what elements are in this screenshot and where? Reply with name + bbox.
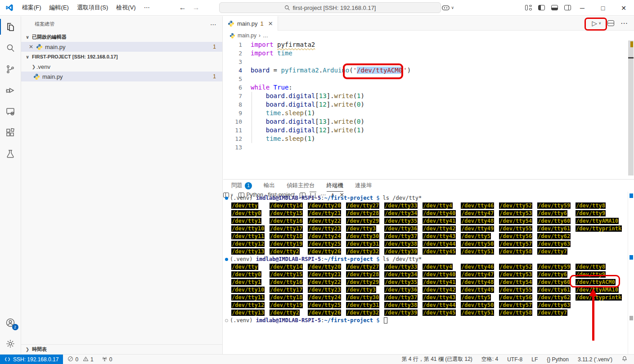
- window-maximize-button[interactable]: □: [593, 0, 613, 16]
- command-decoration-icon[interactable]: [225, 197, 228, 200]
- code-editor[interactable]: 1import pyfirmata22import time34board = …: [223, 40, 634, 179]
- command-decoration-icon[interactable]: [225, 258, 228, 261]
- run-python-file-button[interactable]: ▷∨: [592, 19, 601, 27]
- tty-entry: /dev/tty47: [461, 210, 494, 216]
- notifications-bell-icon[interactable]: [621, 355, 628, 363]
- editor-scrollbar[interactable]: [628, 40, 634, 175]
- problems-status[interactable]: 0 1: [67, 356, 93, 363]
- panel-tab-bar: 問題1輸出偵錯主控台終端機連接埠: [223, 180, 634, 192]
- settings-gear-icon[interactable]: [0, 333, 21, 354]
- menu-item[interactable]: 選取項目(S): [73, 2, 112, 13]
- tty-entry: /dev/tty58: [499, 248, 532, 255]
- code-line[interactable]: 12 time.sleep(1): [223, 135, 634, 143]
- split-editor-icon[interactable]: [607, 20, 614, 26]
- tty-entry: /dev/tty40: [423, 210, 456, 216]
- nav-back-icon[interactable]: ←: [179, 4, 186, 12]
- terminal-scrollbar[interactable]: [628, 192, 634, 354]
- panel-tab-輸出[interactable]: 輸出: [264, 180, 275, 192]
- encoding-status[interactable]: UTF-8: [507, 356, 522, 363]
- tty-entry: /dev/ttyprintk: [576, 225, 622, 232]
- tty-entry: /dev/tty33: [384, 202, 418, 209]
- tty-entry: /dev/tty45: [423, 310, 456, 316]
- menu-item[interactable]: 編輯(E): [45, 2, 73, 13]
- tree-item-mainpy[interactable]: main.py 1: [21, 72, 222, 81]
- tty-entry: /dev/tty52: [499, 264, 532, 270]
- tty-entry: /dev/tty6: [537, 210, 567, 216]
- tab-close-icon[interactable]: ✕: [268, 20, 273, 27]
- tty-entry: /dev/tty49: [461, 287, 494, 293]
- code-line[interactable]: 8 board.digital[12].write(0): [223, 100, 634, 109]
- command-decoration-icon[interactable]: [225, 319, 228, 322]
- toggle-panel-icon[interactable]: [551, 5, 558, 10]
- tty-entry: /dev/tty25: [308, 302, 341, 308]
- code-line[interactable]: 5: [223, 75, 634, 83]
- interpreter-status[interactable]: 3.11.2 ('.venv'): [578, 356, 612, 363]
- code-line[interactable]: 6while True:: [223, 83, 634, 92]
- toggle-secondary-sidebar-icon[interactable]: [564, 5, 571, 10]
- open-editor-item-mainpy[interactable]: ✕ main.py 1: [21, 42, 222, 52]
- timeline-section[interactable]: ❯ 時間表: [21, 344, 222, 354]
- terminal[interactable]: (.venv) imdlab@IMDLAB-RSPI-5:~/first-pro…: [223, 192, 628, 354]
- code-line[interactable]: 7 board.digital[13].write(1): [223, 92, 634, 100]
- menu-item[interactable]: ⋯: [140, 2, 154, 13]
- panel-tab-問題[interactable]: 問題1: [231, 180, 252, 192]
- code-line[interactable]: 11 board.digital[12].write(1): [223, 126, 634, 135]
- tty-entry: /dev/tty31: [346, 241, 379, 247]
- tty-entry: /dev/tty58: [499, 310, 532, 316]
- activity-testing-icon[interactable]: [0, 143, 21, 164]
- code-line[interactable]: 9 time.sleep(1): [223, 109, 634, 117]
- python-file-icon: [228, 20, 234, 27]
- activity-run-debug-icon[interactable]: [0, 80, 21, 101]
- menu-item[interactable]: 檢視(V): [112, 2, 139, 13]
- activity-extensions-icon[interactable]: [0, 122, 21, 143]
- code-line[interactable]: 4board = pyfirmata2.Arduino('/dev/ttyACM…: [223, 66, 634, 75]
- search-icon: [284, 5, 290, 11]
- indentation-status[interactable]: 空格: 4: [481, 355, 498, 363]
- tty-entry: /dev/tty20: [308, 264, 341, 270]
- tab-mainpy[interactable]: main.py 1 ✕: [223, 16, 278, 31]
- nav-forward-icon[interactable]: →: [193, 4, 200, 12]
- tree-item-venv[interactable]: ❯ .venv: [21, 62, 222, 72]
- line-number: 1: [223, 40, 242, 49]
- project-section[interactable]: ∨ FIRST-PROJECT [SSH: 192.168.0.17]: [21, 52, 222, 62]
- tty-entry: /dev/tty40: [423, 271, 456, 278]
- account-icon[interactable]: 2: [0, 312, 21, 333]
- eol-status[interactable]: LF: [531, 356, 538, 363]
- activity-search-icon[interactable]: [0, 37, 21, 58]
- customize-layout-icon[interactable]: [525, 5, 532, 10]
- panel-tab-偵錯主控台[interactable]: 偵錯主控台: [287, 180, 315, 192]
- tty-entry: /dev/tty35: [384, 218, 418, 224]
- line-number: 6: [223, 83, 242, 92]
- panel-tab-連接埠[interactable]: 連接埠: [355, 180, 372, 192]
- close-icon[interactable]: ✕: [27, 44, 35, 50]
- tty-entry: /dev/tty0: [231, 271, 261, 278]
- code-line[interactable]: 13: [223, 143, 634, 152]
- code-line[interactable]: 1import pyfirmata2: [223, 40, 634, 49]
- code-line[interactable]: 2import time: [223, 49, 634, 58]
- explorer-more-icon[interactable]: ⋯: [210, 21, 217, 28]
- activity-remote-explorer-icon[interactable]: [0, 101, 21, 122]
- editor-more-actions-icon[interactable]: ⋯: [621, 19, 628, 27]
- code-line[interactable]: 3: [223, 58, 634, 66]
- tty-entry: /dev/tty52: [499, 202, 532, 209]
- breadcrumb[interactable]: main.py › …: [223, 31, 634, 40]
- window-minimize-button[interactable]: ─: [572, 0, 593, 16]
- remote-indicator[interactable]: SSH: 192.168.0.17: [0, 355, 63, 364]
- tty-entry: /dev/tty38: [384, 241, 418, 247]
- activity-source-control-icon[interactable]: [0, 58, 21, 80]
- ports-status[interactable]: 0: [102, 356, 112, 363]
- menu-item[interactable]: 檔案(F): [18, 2, 45, 13]
- code-line[interactable]: 10 board.digital[13].write(0): [223, 117, 634, 126]
- cursor-position-status[interactable]: 第 4 行，第 41 欄 (已選取 12): [401, 355, 472, 363]
- bottom-panel: 問題1輸出偵錯主控台終端機連接埠 ∨ Python - first-projec…: [223, 179, 634, 354]
- tty-entry: /dev/tty9: [576, 271, 606, 278]
- language-status[interactable]: {} Python: [547, 356, 569, 363]
- toggle-sidebar-icon[interactable]: [538, 5, 545, 10]
- command-center-search[interactable]: first-project [SSH: 192.168.0.17]: [219, 2, 441, 13]
- open-editors-section[interactable]: ∨ 已開啟的編輯器: [21, 32, 222, 42]
- tty-entry: /dev/tty7: [537, 248, 567, 255]
- panel-tab-終端機[interactable]: 終端機: [327, 180, 344, 192]
- copilot-icon[interactable]: ∨: [442, 5, 454, 11]
- window-close-button[interactable]: ✕: [613, 0, 634, 16]
- activity-explorer-icon[interactable]: [0, 16, 21, 37]
